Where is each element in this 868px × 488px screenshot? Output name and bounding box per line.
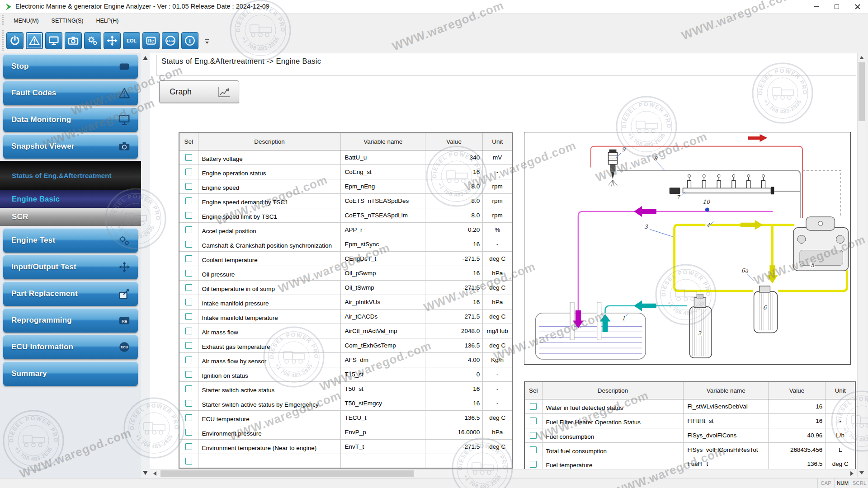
- row-checkbox[interactable]: [530, 418, 537, 424]
- sidebar-item-snapshot-viewer[interactable]: Snapshot Viewer: [3, 134, 138, 159]
- row-checkbox[interactable]: [185, 226, 192, 233]
- table-row[interactable]: Environment temperature (Near to engine)…: [179, 439, 512, 454]
- sidebar-item-scr[interactable]: SCR: [0, 208, 141, 226]
- row-checkbox[interactable]: [530, 461, 537, 468]
- table-row[interactable]: Fuel consumptionFlSys_dvolFlCons40.96L/h: [524, 428, 855, 442]
- row-checkbox[interactable]: [530, 403, 537, 410]
- table-row[interactable]: ECU temperatureTECU_t136.5deg C: [179, 410, 512, 425]
- maximize-button[interactable]: [826, 0, 847, 14]
- table-row[interactable]: Oil temperature in oil sumpOil_tSwmp-271…: [179, 280, 512, 295]
- minimize-button[interactable]: [806, 0, 826, 14]
- row-checkbox[interactable]: [185, 400, 192, 407]
- toolbar-gears-icon[interactable]: [84, 32, 101, 49]
- scroll-up-button[interactable]: [858, 53, 866, 61]
- sidebar-item-status-of-eng-aftertreatment[interactable]: Status of Eng.&Aftertreatment: [0, 161, 141, 190]
- row-checkbox[interactable]: [185, 169, 192, 175]
- table-row[interactable]: Fuel Filter Heater Operation StatusFlFlt…: [524, 413, 855, 428]
- row-checkbox[interactable]: [185, 212, 192, 219]
- table-row[interactable]: Starter switch active statusT50_st16-: [179, 381, 512, 396]
- sidebar-item-reprogramming[interactable]: ReprogrammingRe: [3, 308, 138, 333]
- row-checkbox[interactable]: [185, 342, 192, 349]
- row-checkbox[interactable]: [185, 270, 192, 277]
- vertical-scroll-thumb[interactable]: [859, 62, 865, 121]
- sidebar-item-fault-codes[interactable]: Fault Codes: [3, 81, 138, 105]
- table-row[interactable]: Engine speedEpm_nEng8.0rpm: [179, 179, 512, 193]
- row-checkbox[interactable]: [530, 446, 537, 453]
- svg-text:Re: Re: [148, 38, 154, 43]
- horizontal-scroll-thumb[interactable]: [160, 470, 414, 477]
- row-checkbox[interactable]: [185, 414, 192, 421]
- variable-cell: Air_pIntkVUs: [341, 295, 425, 309]
- table-row[interactable]: Ignition on statusT15_st0-: [179, 367, 512, 381]
- sidebar-item-input-output-test[interactable]: Input/Output Test: [3, 255, 138, 279]
- sidebar-scroll-down-button[interactable]: [142, 469, 149, 476]
- sidebar-item-summary[interactable]: Summary: [3, 361, 138, 386]
- row-checkbox[interactable]: [185, 443, 192, 450]
- row-checkbox[interactable]: [530, 432, 537, 439]
- scroll-left-button[interactable]: [151, 469, 159, 478]
- row-checkbox[interactable]: [185, 299, 192, 305]
- row-checkbox[interactable]: [185, 385, 192, 392]
- toolbar-info-icon[interactable]: i: [181, 32, 198, 49]
- menu-item-setting-s[interactable]: SETTING(S): [45, 14, 90, 28]
- toolbar-overflow-button[interactable]: [204, 39, 211, 46]
- row-checkbox[interactable]: [185, 458, 192, 465]
- table-row[interactable]: Fuel temperatureFuelT_t136.5deg C: [524, 457, 855, 469]
- toolbar-camera-icon[interactable]: [65, 32, 82, 49]
- toolbar-move-icon[interactable]: [104, 32, 121, 49]
- table-row[interactable]: Engine speed demand by TSC1CoETS_nTSEASp…: [179, 193, 512, 208]
- row-checkbox[interactable]: [185, 371, 192, 378]
- row-checkbox[interactable]: [185, 429, 192, 436]
- scroll-down-button[interactable]: [858, 469, 866, 477]
- row-checkbox[interactable]: [185, 357, 192, 363]
- sidebar-item-data-monitoring[interactable]: Data Monitoring: [3, 108, 138, 132]
- table-row[interactable]: Total fuel consumptionFlSys_volFlConsHiR…: [524, 442, 855, 457]
- table-row[interactable]: Environment pressureEnvP_p16.0000hPa: [179, 425, 512, 439]
- sidebar-item-stop[interactable]: Stop: [3, 54, 138, 79]
- row-checkbox[interactable]: [185, 197, 192, 204]
- table-row[interactable]: Coolant temperatureCEngDsT_t-271.5deg C: [179, 251, 512, 266]
- table-row[interactable]: Air mass flow by sensorAFS_dm4.00Kg/h: [179, 352, 512, 367]
- menu-item-help-h[interactable]: HELP(H): [90, 14, 125, 28]
- row-checkbox[interactable]: [185, 255, 192, 262]
- table-row[interactable]: Camshaft & Crankshaft position synchroni…: [179, 237, 512, 251]
- table-row[interactable]: Accel pedal positionAPP_r0.20%: [179, 222, 512, 237]
- sidebar-item-engine-basic[interactable]: Engine Basic: [0, 190, 141, 208]
- sidebar-item-ecu-information[interactable]: ECU InformationECU: [3, 335, 138, 359]
- table-row[interactable]: Water in fuel detected statusFl_stWLvlSe…: [524, 399, 855, 413]
- horizontal-scrollbar[interactable]: [151, 469, 856, 477]
- sel-cell: [179, 280, 198, 295]
- scroll-right-button[interactable]: [848, 469, 856, 478]
- table-row[interactable]: Intake manifold temperatureAir_tCACDs-27…: [179, 309, 512, 324]
- table-row[interactable]: [179, 454, 512, 468]
- unit-cell: deg C: [483, 280, 512, 295]
- toolbar-power-icon[interactable]: [6, 32, 24, 49]
- row-checkbox[interactable]: [185, 241, 192, 248]
- toolbar-monitor-icon[interactable]: [45, 32, 62, 49]
- sidebar-item-engine-test[interactable]: Engine Test: [3, 228, 138, 253]
- table-row[interactable]: Battery voltageBattU_u340mV: [179, 150, 512, 164]
- table-row[interactable]: Starter switch active status by Emgergen…: [179, 396, 512, 410]
- table-row[interactable]: Oil pressureOil_pSwmp16hPa: [179, 266, 512, 280]
- row-checkbox[interactable]: [185, 313, 192, 320]
- toolbar-alert-icon[interactable]: [26, 32, 43, 49]
- table-row[interactable]: Engine operation statusCoEng_st16-: [179, 164, 512, 179]
- toolbar-ecu-icon[interactable]: ECU: [162, 32, 179, 49]
- row-checkbox[interactable]: [185, 284, 192, 291]
- vertical-scrollbar[interactable]: [857, 53, 865, 477]
- table-row[interactable]: Engine speed limit by TSC1CoETS_nTSEASpd…: [179, 208, 512, 222]
- row-checkbox[interactable]: [185, 154, 192, 161]
- graph-button[interactable]: Graph: [159, 80, 239, 103]
- menu-item-menu-m[interactable]: MENU(M): [7, 14, 45, 28]
- table-row[interactable]: Intake manifold pressureAir_pIntkVUs16hP…: [179, 295, 512, 309]
- parameters-header-unit: Unit: [483, 133, 512, 150]
- sidebar-item-part-replacement[interactable]: Part Replacement: [3, 282, 138, 306]
- toolbar-reprogram-icon[interactable]: Re: [142, 32, 160, 49]
- row-checkbox[interactable]: [185, 183, 192, 190]
- table-row[interactable]: Air mass flowAirCtl_mActVal_mp2048.0mg/H…: [179, 324, 512, 338]
- row-checkbox[interactable]: [185, 328, 192, 334]
- sidebar-scroll-up-button[interactable]: [142, 54, 149, 61]
- close-button[interactable]: [847, 0, 868, 14]
- toolbar-eol-icon[interactable]: EOL: [123, 32, 140, 49]
- table-row[interactable]: Exhaust gas temperatureCom_tExhGsTemp136…: [179, 338, 512, 352]
